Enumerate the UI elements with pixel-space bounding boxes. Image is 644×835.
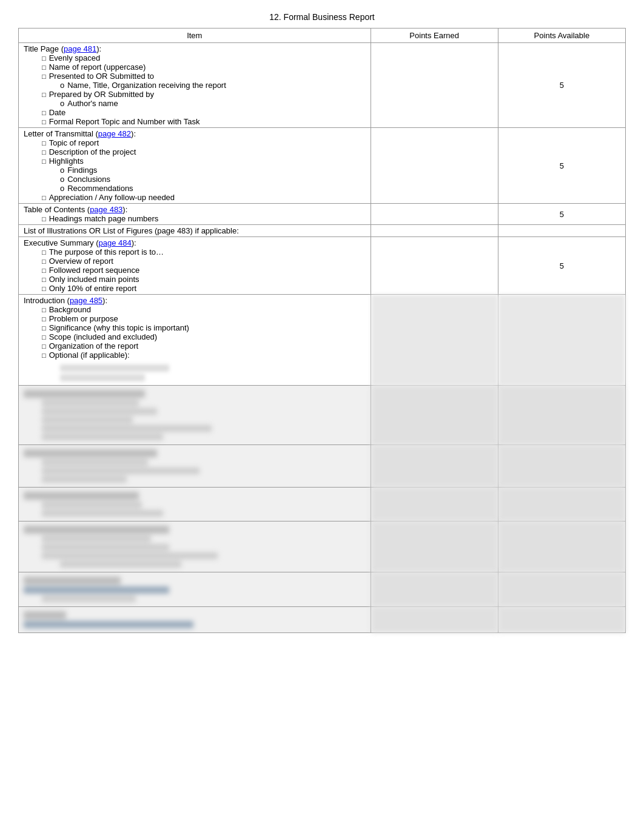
available-intro bbox=[498, 295, 625, 386]
earned-illustrations bbox=[371, 225, 498, 237]
earned-intro bbox=[371, 295, 498, 386]
section-letter-items: Topic of report Description of the proje… bbox=[24, 138, 366, 202]
list-item: Background bbox=[42, 305, 366, 314]
section-toc-items: Headings match page numbers bbox=[24, 214, 366, 223]
earned-letter bbox=[371, 128, 498, 204]
list-item: Topic of report bbox=[42, 138, 366, 147]
blurred-intro-content bbox=[60, 364, 366, 381]
list-item: Optional (if applicable): bbox=[42, 350, 366, 360]
list-item: Overview of report bbox=[42, 257, 366, 266]
list-item: Significance (why this topic is importan… bbox=[42, 323, 366, 332]
list-item: Date bbox=[42, 108, 366, 117]
rubric-table: Item Points Earned Points Available Titl… bbox=[18, 28, 626, 633]
section-toc-after: ): bbox=[122, 205, 127, 214]
section-intro-label: Introduction ( bbox=[24, 296, 70, 305]
blurred-section-2 bbox=[19, 445, 626, 488]
list-item: Recommendations bbox=[42, 184, 366, 193]
list-item: The purpose of this report is to… bbox=[42, 247, 366, 257]
section-title-page-ref[interactable]: page 481 bbox=[64, 44, 96, 53]
list-item: Scope (included and excluded) bbox=[42, 332, 366, 341]
section-letter-ref[interactable]: page 482 bbox=[98, 129, 131, 138]
section-executive-summary: Executive Summary (page 484): The purpos… bbox=[19, 237, 626, 295]
list-item: Prepared by OR Submitted by bbox=[42, 90, 366, 99]
column-header-available: Points Available bbox=[498, 29, 625, 43]
blurred-section-3 bbox=[19, 488, 626, 521]
list-item: Formal Report Topic and Number with Task bbox=[42, 117, 366, 126]
section-exec-items: The purpose of this report is to… Overvi… bbox=[24, 247, 366, 293]
section-intro-after: ): bbox=[102, 296, 107, 305]
list-item: Presented to OR Submitted to bbox=[42, 72, 366, 81]
section-toc: Table of Contents (page 483): Headings m… bbox=[19, 204, 626, 225]
list-item: Only included main points bbox=[42, 275, 366, 284]
section-letter-transmittal: Letter of Transmittal (page 482): Topic … bbox=[19, 128, 626, 204]
blurred-section-1 bbox=[19, 386, 626, 445]
section-letter-label: Letter of Transmittal ( bbox=[24, 129, 98, 138]
section-title-page-after: ): bbox=[96, 44, 101, 53]
available-letter: 5 bbox=[498, 128, 625, 204]
list-item: Highlights bbox=[42, 156, 366, 166]
list-item: Author's name bbox=[42, 99, 366, 108]
column-header-earned: Points Earned bbox=[371, 29, 498, 43]
section-toc-ref[interactable]: page 483 bbox=[90, 205, 122, 214]
list-item: Conclusions bbox=[42, 175, 366, 184]
list-item: Name of report (uppercase) bbox=[42, 62, 366, 72]
available-toc: 5 bbox=[498, 204, 625, 225]
section-title-page-label: Title Page ( bbox=[24, 44, 64, 53]
section-exec-ref[interactable]: page 484 bbox=[99, 238, 132, 247]
list-item: Description of the project bbox=[42, 147, 366, 156]
available-exec: 5 bbox=[498, 237, 625, 295]
list-item: Only 10% of entire report bbox=[42, 284, 366, 293]
blurred-section-4 bbox=[19, 521, 626, 572]
list-item: Organization of the report bbox=[42, 341, 366, 350]
section-intro-items: Background Problem or purpose Significan… bbox=[24, 305, 366, 360]
section-exec-label: Executive Summary ( bbox=[24, 238, 99, 247]
section-illustrations-label: List of Illustrations OR List of Figures… bbox=[24, 226, 239, 235]
available-illustrations bbox=[498, 225, 625, 237]
column-header-item: Item bbox=[19, 29, 371, 43]
available-title-page: 5 bbox=[498, 43, 625, 128]
blurred-section-6 bbox=[19, 607, 626, 633]
report-title: 12. Formal Business Report bbox=[18, 12, 626, 22]
earned-toc bbox=[371, 204, 498, 225]
section-intro-ref[interactable]: page 485 bbox=[70, 296, 102, 305]
list-item: Appreciation / Any follow-up needed bbox=[42, 193, 366, 202]
list-item: Headings match page numbers bbox=[42, 214, 366, 223]
section-toc-label: Table of Contents ( bbox=[24, 205, 90, 214]
blurred-section-5 bbox=[19, 572, 626, 607]
list-item: Followed report sequence bbox=[42, 266, 366, 275]
list-item: Evenly spaced bbox=[42, 53, 366, 62]
list-item: Findings bbox=[42, 166, 366, 175]
earned-title-page bbox=[371, 43, 498, 128]
section-title-page-items: Evenly spaced Name of report (uppercase)… bbox=[24, 53, 366, 126]
section-title-page: Title Page (page 481): Evenly spaced Nam… bbox=[19, 43, 626, 128]
list-item: Name, Title, Organization receiving the … bbox=[42, 81, 366, 90]
earned-exec bbox=[371, 237, 498, 295]
list-item: Problem or purpose bbox=[42, 314, 366, 323]
section-exec-after: ): bbox=[132, 238, 136, 247]
section-illustrations: List of Illustrations OR List of Figures… bbox=[19, 225, 626, 237]
section-introduction: Introduction (page 485): Background Prob… bbox=[19, 295, 626, 386]
section-letter-after: ): bbox=[131, 129, 136, 138]
page: 12. Formal Business Report Item Points E… bbox=[0, 0, 644, 835]
